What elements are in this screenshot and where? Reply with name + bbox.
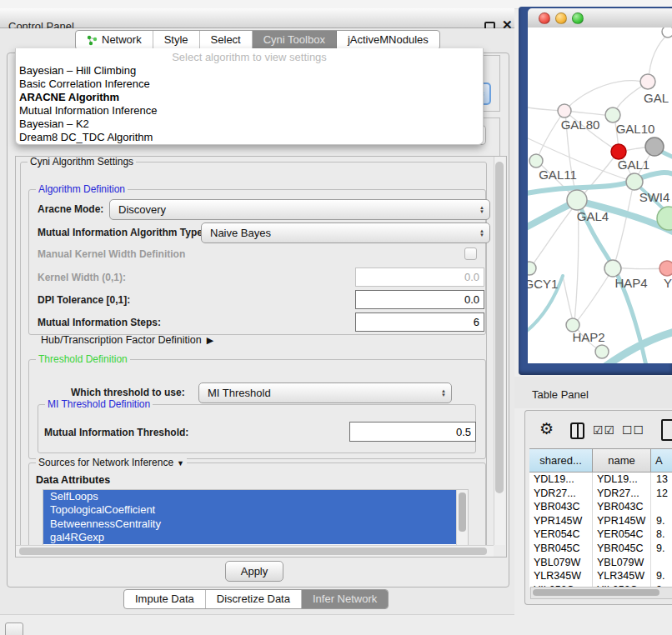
hub-definition-expander[interactable]: Hub/Transcription Factor Definition▶ bbox=[41, 334, 213, 346]
table-row[interactable]: YBR045CYBR045C9. bbox=[529, 542, 672, 556]
which-threshold-combobox[interactable]: MI Threshold ▲▼ bbox=[198, 382, 452, 403]
node-label: GCY1 bbox=[528, 277, 558, 291]
dpi-tolerance-label: DPI Tolerance [0,1]: bbox=[38, 294, 130, 306]
expander-expanded-icon[interactable]: ▼ bbox=[177, 459, 184, 468]
mi-threshold-input[interactable]: 0.5 bbox=[349, 422, 476, 442]
table-row[interactable]: YBR043CYBR043C bbox=[529, 500, 672, 514]
input-value: 0.0 bbox=[464, 271, 479, 283]
table-scrollbar-thumb[interactable] bbox=[533, 589, 659, 596]
network-icon bbox=[87, 35, 98, 46]
tab-style[interactable]: Style bbox=[153, 31, 200, 49]
table-row[interactable]: YLR345WYLR345W9. bbox=[529, 569, 672, 583]
apply-button[interactable]: Apply bbox=[225, 561, 283, 582]
minimized-window-icon[interactable] bbox=[5, 622, 23, 635]
stepper-arrows-icon: ▲▼ bbox=[441, 389, 446, 398]
tab-select[interactable]: Select bbox=[200, 31, 253, 49]
mi-type-combobox[interactable]: Naive Bayes ▲▼ bbox=[201, 222, 490, 243]
data-attribute-item-selected[interactable]: BetweennessCentrality bbox=[43, 518, 468, 531]
export-table-icon[interactable] bbox=[661, 419, 672, 441]
tab-label: Network bbox=[102, 31, 142, 49]
table-cell: YDL19... bbox=[597, 472, 638, 487]
mi-steps-label: Mutual Information Steps: bbox=[38, 317, 161, 328]
node-salmon[interactable] bbox=[659, 261, 672, 276]
vertical-scrollbar-thumb[interactable] bbox=[495, 162, 504, 493]
tab-discretize-data[interactable]: Discretize Data bbox=[206, 590, 302, 608]
control-panel-titlebar[interactable]: Control Panel ✕ bbox=[0, 8, 514, 28]
algorithm-option[interactable]: Basic Correlation Inference bbox=[16, 78, 483, 91]
node-gal80[interactable] bbox=[558, 104, 571, 118]
network-window-titlebar[interactable] bbox=[528, 8, 672, 28]
zoom-window-icon[interactable] bbox=[572, 12, 584, 24]
aracne-mode-combobox[interactable]: Discovery ▲▼ bbox=[109, 199, 490, 220]
column-header-name[interactable]: name bbox=[593, 449, 651, 472]
data-attribute-item-selected[interactable]: gal4RGexp bbox=[43, 531, 468, 544]
node-bottom[interactable] bbox=[595, 345, 609, 358]
tab-label: Cyni Toolbox bbox=[263, 31, 325, 49]
columns-icon[interactable] bbox=[570, 422, 584, 439]
kernel-width-label: Kernel Width (0,1): bbox=[38, 272, 126, 283]
group-title: MI Threshold Definition bbox=[45, 398, 153, 410]
which-threshold-label: Which threshold to use: bbox=[71, 387, 185, 398]
data-attributes-list[interactable]: SelfLoopsTopologicalCoefficientBetweenne… bbox=[43, 489, 469, 546]
settings-scrollpane: Cyni Algorithm Settings Algorithm Defini… bbox=[15, 156, 507, 558]
network-edge bbox=[563, 276, 574, 323]
node-gal10[interactable] bbox=[605, 108, 620, 122]
node-gal11[interactable] bbox=[529, 154, 543, 168]
node-gcy1[interactable] bbox=[528, 262, 536, 275]
table-cell: 9. bbox=[656, 569, 664, 583]
column-header-clipped[interactable]: A bbox=[651, 449, 672, 472]
column-header-shared-name[interactable]: shared... bbox=[529, 449, 593, 472]
vertical-scrollbar-track[interactable] bbox=[494, 157, 505, 545]
stepper-arrows-icon: ▲▼ bbox=[479, 206, 484, 214]
minimize-window-icon[interactable] bbox=[555, 12, 567, 24]
node-gal-top[interactable] bbox=[640, 74, 655, 89]
tab-jactivemnodules[interactable]: jActiveMNodules bbox=[337, 31, 439, 49]
node-gal4[interactable] bbox=[567, 190, 587, 210]
node-label: GAL11 bbox=[539, 168, 577, 182]
tab-cyni-toolbox[interactable]: Cyni Toolbox bbox=[253, 31, 337, 49]
algorithm-option[interactable]: ARACNE Algorithm bbox=[16, 91, 483, 104]
algorithm-option[interactable]: Mutual Information Inference bbox=[16, 104, 483, 118]
algorithm-option[interactable]: Bayesian – Hill Climbing bbox=[16, 64, 483, 78]
table-row[interactable]: YBL079WYBL079W bbox=[529, 556, 672, 570]
table-cell: YER054C bbox=[597, 528, 644, 542]
horizontal-scrollbar-track[interactable] bbox=[16, 545, 494, 557]
node[interactable] bbox=[662, 28, 672, 38]
tab-network[interactable]: Network bbox=[76, 31, 153, 49]
node-gray[interactable] bbox=[645, 138, 664, 156]
node-gal1[interactable] bbox=[626, 173, 643, 190]
list-scrollbar-thumb[interactable] bbox=[459, 492, 466, 532]
dropdown-placeholder: Select algorithm to view settings bbox=[16, 48, 483, 64]
dpi-tolerance-input[interactable]: 0.0 bbox=[355, 290, 484, 309]
table-row[interactable]: YDL19...YDL19...13 bbox=[529, 472, 672, 487]
node-hap4[interactable] bbox=[604, 260, 621, 277]
table-horizontal-scrollbar[interactable] bbox=[530, 587, 672, 599]
network-canvas[interactable]: GALGAL80GAL10GAL1GAL11SWI4GAL4GCY1HAP4YH… bbox=[528, 28, 672, 363]
manual-kernel-checkbox[interactable] bbox=[464, 248, 477, 260]
horizontal-scrollbar-thumb[interactable] bbox=[19, 548, 487, 555]
network-edge bbox=[614, 182, 634, 268]
close-window-icon[interactable] bbox=[539, 12, 550, 24]
table-row[interactable]: YPR145WYPR145W9. bbox=[529, 514, 672, 528]
tab-label: Impute Data bbox=[135, 590, 194, 608]
expander-label: Hub/Transcription Factor Definition bbox=[41, 334, 202, 346]
algorithm-option[interactable]: Bayesian – K2 bbox=[16, 118, 483, 131]
data-attribute-item-selected[interactable]: SelfLoops bbox=[43, 490, 468, 503]
mi-steps-input[interactable]: 6 bbox=[355, 312, 484, 332]
algorithm-option[interactable]: Dream8 DC_TDC Algorithm bbox=[16, 131, 483, 144]
table-row[interactable]: YDR27...YDR27...12 bbox=[529, 487, 672, 501]
tab-infer-network[interactable]: Infer Network bbox=[302, 590, 388, 608]
table-panel-title: Table Panel bbox=[532, 388, 589, 401]
deselect-all-columns-icon[interactable]: ☐☐ bbox=[622, 423, 644, 437]
kernel-width-input[interactable]: 0.0 bbox=[355, 268, 484, 287]
select-all-columns-icon[interactable]: ☑☑ bbox=[593, 423, 615, 437]
tab-label: jActiveMNodules bbox=[348, 31, 429, 49]
control-panel-tabs: Network Style Select Cyni Toolbox jActiv… bbox=[75, 30, 440, 50]
tab-impute-data[interactable]: Impute Data bbox=[124, 590, 206, 608]
group-title: Sources for Network Inference▼ bbox=[36, 457, 187, 468]
table-cell: YDL19... bbox=[534, 472, 574, 487]
gear-icon[interactable]: ⚙ bbox=[539, 421, 554, 437]
table-row[interactable]: YER054CYER054C8. bbox=[529, 528, 672, 542]
data-attribute-item-selected[interactable]: TopologicalCoefficient bbox=[43, 503, 468, 517]
list-scrollbar-track[interactable] bbox=[456, 490, 468, 545]
